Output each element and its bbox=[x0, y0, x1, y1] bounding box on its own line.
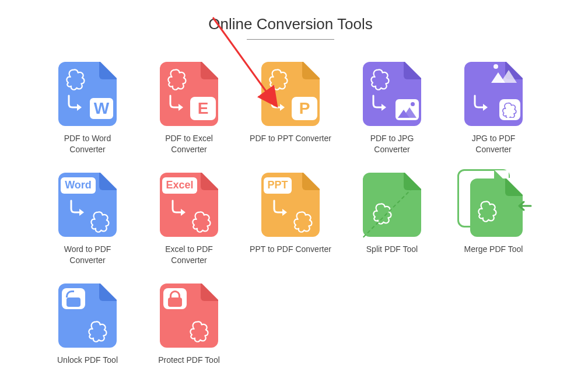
tool-protect-pdf[interactable]: Protect PDF Tool bbox=[138, 284, 240, 366]
tool-label: Merge PDF Tool bbox=[453, 244, 534, 255]
badge-word: Word bbox=[65, 179, 92, 191]
badge-letter: W bbox=[94, 99, 109, 118]
merge-pdf-icon bbox=[467, 173, 525, 237]
tool-word-to-pdf[interactable]: Word Word to PDF Converter bbox=[37, 173, 138, 266]
pdf-to-excel-icon: E bbox=[160, 62, 218, 126]
tool-pdf-to-jpg[interactable]: PDF to JPG Converter bbox=[341, 62, 443, 155]
pdf-to-word-icon: W bbox=[58, 62, 117, 126]
title-underline bbox=[247, 39, 334, 40]
badge-letter: E bbox=[198, 99, 209, 118]
tool-split-pdf[interactable]: Split PDF Tool bbox=[341, 173, 443, 266]
excel-to-pdf-icon: Excel bbox=[160, 173, 218, 237]
tool-pdf-to-excel[interactable]: E PDF to Excel Converter bbox=[138, 62, 240, 155]
merge-arrow-icon bbox=[517, 198, 532, 214]
page-title: Online Conversion Tools bbox=[0, 15, 581, 33]
tool-ppt-to-pdf[interactable]: PPT PPT to PDF Converter bbox=[240, 173, 341, 266]
tool-label: PDF to PPT Converter bbox=[250, 133, 331, 144]
split-pdf-icon bbox=[363, 173, 421, 237]
tool-unlock-pdf[interactable]: Unlock PDF Tool bbox=[37, 284, 138, 366]
tool-label: Unlock PDF Tool bbox=[47, 355, 128, 366]
tool-label: Excel to PDF Converter bbox=[148, 244, 230, 266]
protect-pdf-icon bbox=[160, 284, 218, 348]
tool-label: PDF to JPG Converter bbox=[351, 133, 433, 155]
badge-letter: P bbox=[299, 99, 310, 118]
tool-label: PPT to PDF Converter bbox=[250, 244, 331, 255]
ppt-to-pdf-icon: PPT bbox=[261, 173, 320, 237]
jpg-to-pdf-icon bbox=[464, 62, 523, 126]
tool-jpg-to-pdf[interactable]: JPG to PDF Converter bbox=[443, 62, 544, 155]
tool-pdf-to-ppt[interactable]: P PDF to PPT Converter bbox=[240, 62, 341, 155]
tool-label: PDF to Excel Converter bbox=[148, 133, 230, 155]
tool-pdf-to-word[interactable]: W PDF to Word Converter bbox=[37, 62, 138, 155]
word-to-pdf-icon: Word bbox=[58, 173, 117, 237]
tool-label: Split PDF Tool bbox=[351, 244, 433, 255]
tool-label: PDF to Word Converter bbox=[47, 133, 128, 155]
picture-icon bbox=[491, 69, 517, 83]
tool-label: Protect PDF Tool bbox=[148, 355, 230, 366]
tool-label: Word to PDF Converter bbox=[47, 244, 128, 266]
pdf-to-jpg-icon bbox=[363, 62, 421, 126]
tool-label: JPG to PDF Converter bbox=[453, 133, 534, 155]
pdf-to-ppt-icon: P bbox=[261, 62, 320, 126]
tool-merge-pdf[interactable]: Merge PDF Tool bbox=[443, 173, 544, 266]
tools-grid: W PDF to Word Converter E PDF to Excel C… bbox=[0, 62, 581, 365]
tool-excel-to-pdf[interactable]: Excel Excel to PDF Converter bbox=[138, 173, 240, 266]
badge-word: PPT bbox=[267, 179, 288, 191]
badge-word: Excel bbox=[166, 179, 193, 191]
unlock-pdf-icon bbox=[58, 284, 117, 348]
